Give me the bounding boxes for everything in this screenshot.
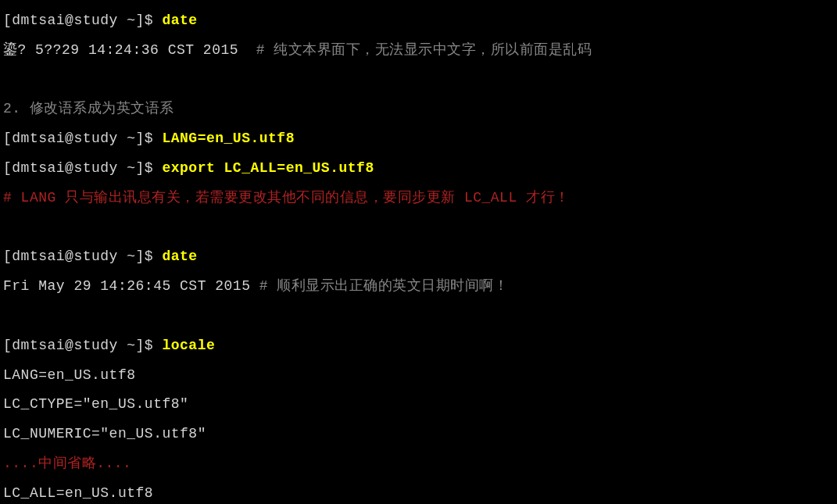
command: date [162, 13, 197, 28]
inline-comment: # 纯文本界面下，无法显示中文字，所以前面是乱码 [256, 42, 592, 58]
terminal-line-14: LC_CTYPE="en_US.utf8" [3, 390, 834, 420]
shell-prompt: [dmtsai@study ~]$ [3, 130, 162, 146]
terminal-line-step: 2. 修改语系成为英文语系 [3, 95, 834, 124]
terminal-line-13: LANG=en_US.utf8 [3, 361, 834, 391]
terminal-line-2: 鎏? 5??29 14:24:36 CST 2015 # 纯文本界面下，无法显示… [3, 36, 834, 66]
command: export LC_ALL=en_US.utf8 [162, 160, 374, 176]
terminal-line-5: [dmtsai@study ~]$ LANG=en_US.utf8 [3, 124, 834, 154]
shell-prompt: [dmtsai@study ~]$ [3, 248, 162, 264]
command: locale [162, 338, 215, 353]
terminal-line-7: # LANG 只与输出讯息有关，若需要更改其他不同的信息，要同步更新 LC_AL… [3, 184, 834, 213]
step-text: 2. 修改语系成为英文语系 [3, 101, 174, 116]
command: date [162, 248, 197, 264]
command-output: LANG=en_US.utf8 [3, 367, 136, 383]
terminal-line-9: [dmtsai@study ~]$ date [3, 242, 834, 272]
red-comment: # LANG 只与输出讯息有关，若需要更改其他不同的信息，要同步更新 LC_AL… [3, 190, 570, 206]
terminal-line-10: Fri May 29 14:26:45 CST 2015 # 顺利显示出正确的英… [3, 272, 834, 302]
terminal-line-6: [dmtsai@study ~]$ export LC_ALL=en_US.ut… [3, 154, 834, 184]
blank-line [3, 213, 834, 243]
shell-prompt: [dmtsai@study ~]$ [3, 160, 162, 176]
inline-comment: # 顺利显示出正确的英文日期时间啊！ [259, 278, 509, 294]
blank-line [3, 302, 834, 331]
terminal-line-15: LC_NUMERIC="en_US.utf8" [3, 420, 834, 449]
shell-prompt: [dmtsai@study ~]$ [3, 13, 162, 28]
red-comment: ....中间省略.... [3, 456, 131, 471]
command-output: LC_NUMERIC="en_US.utf8" [3, 426, 206, 441]
command: LANG=en_US.utf8 [162, 130, 295, 146]
shell-prompt: [dmtsai@study ~]$ [3, 338, 162, 353]
terminal-line-16: ....中间省略.... [3, 449, 834, 479]
terminal-line-1: [dmtsai@study ~]$ date [3, 6, 834, 36]
command-output: LC_ALL=en_US.utf8 [3, 485, 153, 501]
blank-line [3, 66, 834, 95]
terminal-line-12: [dmtsai@study ~]$ locale [3, 331, 834, 361]
terminal-line-17: LC_ALL=en_US.utf8 [3, 479, 834, 504]
command-output: 鎏? 5??29 14:24:36 CST 2015 [3, 42, 256, 58]
command-output: LC_CTYPE="en_US.utf8" [3, 396, 188, 412]
command-output: Fri May 29 14:26:45 CST 2015 [3, 278, 259, 294]
